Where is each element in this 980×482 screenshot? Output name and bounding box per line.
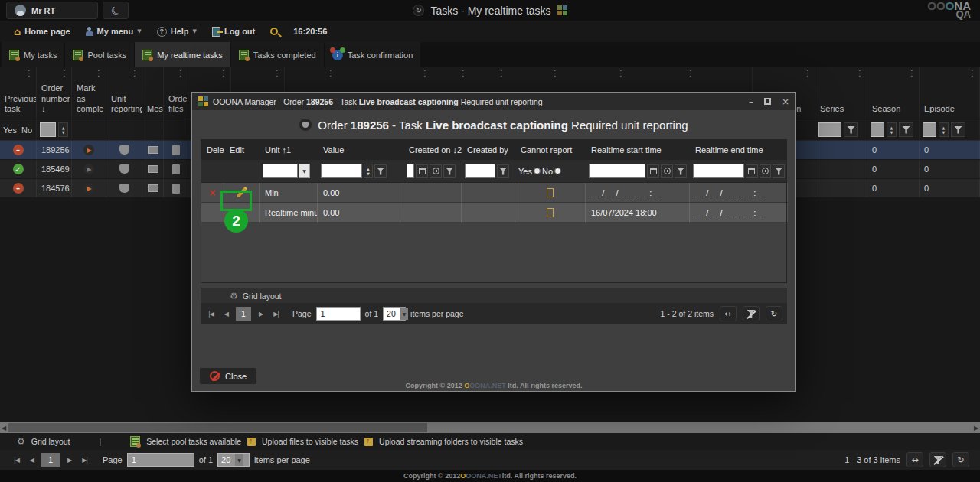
upload-files-button[interactable]: Upload files to visible tasks — [262, 437, 358, 446]
created-by-input[interactable] — [465, 164, 495, 178]
col-order-number[interactable]: Order number ↓ — [37, 67, 72, 119]
close-window-button[interactable]: × — [782, 96, 789, 107]
dialog-titlebar[interactable]: OOONA Manager - Order 189256 - Task Live… — [192, 93, 795, 110]
page-number-button[interactable]: 1 — [41, 453, 60, 467]
realtime-end-filter[interactable] — [690, 160, 788, 182]
search-button[interactable] — [264, 23, 286, 40]
filter-season[interactable] — [867, 119, 920, 140]
realtime-end-input[interactable] — [693, 164, 744, 178]
clear-filters-button[interactable] — [929, 452, 946, 467]
page-input[interactable] — [127, 453, 194, 467]
next-page-button[interactable] — [256, 311, 266, 318]
report-row[interactable]: × Min 0.00 __/__/____ _:_ __/__/____ _:_ — [201, 183, 786, 203]
last-page-button[interactable] — [270, 311, 282, 318]
column-menu-icon[interactable] — [60, 69, 68, 79]
column-menu-icon[interactable] — [908, 69, 916, 79]
report-row[interactable]: Realtime minu... 0.00 16/07/2024 18:00 _… — [201, 203, 786, 223]
column-menu-icon[interactable] — [273, 69, 281, 79]
col-mark-complete[interactable]: Mark as comple — [72, 67, 106, 119]
col-season[interactable]: Season — [867, 67, 920, 119]
col-value[interactable]: Value — [318, 140, 403, 160]
message-icon[interactable] — [148, 165, 158, 173]
column-menu-icon[interactable] — [25, 69, 33, 79]
my-menu-button[interactable]: My menu — [80, 23, 148, 40]
files-icon[interactable] — [172, 145, 180, 155]
spinner[interactable] — [58, 122, 68, 137]
files-icon[interactable] — [172, 164, 180, 174]
scrollbar-thumb[interactable] — [8, 423, 427, 432]
grid-layout-button[interactable]: Grid layout — [31, 437, 70, 446]
clear-filters-button[interactable] — [743, 306, 760, 321]
scroll-left-arrow[interactable] — [0, 422, 8, 433]
filter-episode[interactable] — [920, 119, 980, 140]
user-button[interactable]: Mr RT — [6, 2, 98, 19]
filter-funnel-button[interactable] — [773, 164, 785, 178]
column-menu-icon[interactable] — [177, 69, 185, 79]
fit-columns-button[interactable] — [720, 306, 737, 321]
realtime-start-input[interactable] — [589, 164, 645, 178]
created-on-input[interactable] — [407, 164, 414, 178]
column-menu-icon[interactable] — [220, 69, 227, 79]
realtime-start-filter[interactable] — [586, 160, 690, 182]
unit-reporting-icon[interactable] — [119, 184, 129, 193]
delete-icon[interactable]: × — [208, 187, 216, 198]
col-order-files[interactable]: Orde files — [164, 67, 188, 119]
tab-task-confirmation[interactable]: iTask confirmation — [325, 42, 421, 67]
filter-series[interactable] — [815, 119, 867, 140]
select-pool-tasks-button[interactable]: Select pool tasks available — [146, 437, 241, 446]
page-input[interactable] — [316, 307, 361, 321]
col-created-by[interactable]: Created by — [462, 140, 515, 160]
tab-my-realtime-tasks[interactable]: My realtime tasks — [135, 42, 230, 67]
col-edit[interactable]: Edit — [224, 140, 260, 160]
clock-button[interactable] — [430, 164, 442, 178]
value-filter-input[interactable] — [321, 164, 362, 178]
spinner[interactable] — [939, 122, 949, 137]
first-page-button[interactable] — [205, 311, 217, 318]
minimize-button[interactable]: – — [749, 96, 753, 107]
col-realtime-start[interactable]: Realtime start time — [586, 140, 690, 160]
message-icon[interactable] — [148, 184, 158, 192]
column-menu-icon[interactable] — [95, 69, 103, 79]
filter-funnel-button[interactable] — [675, 164, 687, 178]
realtime-start-cell[interactable]: 16/07/2024 18:00 — [586, 203, 690, 223]
created-by-filter[interactable] — [462, 160, 515, 182]
first-page-button[interactable] — [11, 457, 22, 464]
radio-yes[interactable] — [534, 168, 541, 174]
next-page-button[interactable] — [64, 457, 74, 464]
logout-button[interactable]: Log out — [206, 23, 261, 40]
realtime-end-cell[interactable]: __/__/____ _:_ — [690, 183, 788, 203]
filter-funnel-button[interactable] — [497, 164, 509, 178]
message-icon[interactable] — [148, 146, 158, 154]
fit-columns-button[interactable] — [906, 452, 923, 467]
help-button[interactable]: ?Help — [151, 23, 203, 40]
col-message[interactable]: Mess — [142, 67, 164, 119]
calendar-button[interactable] — [746, 164, 758, 178]
tab-my-tasks[interactable]: My tasks — [2, 42, 64, 67]
cannot-report-checkbox[interactable] — [547, 208, 554, 217]
tab-tasks-completed[interactable]: Tasks completed — [231, 42, 324, 67]
last-page-button[interactable] — [79, 457, 90, 464]
radio-no[interactable] — [554, 168, 561, 174]
unit-filter-select[interactable] — [263, 164, 298, 178]
episode-filter-input[interactable] — [923, 122, 936, 137]
col-unit[interactable]: Unit ↑1 — [260, 140, 318, 160]
calendar-button[interactable] — [416, 164, 428, 178]
filter-funnel-button[interactable] — [443, 164, 456, 178]
col-series[interactable]: Series — [815, 67, 867, 119]
play-icon[interactable] — [83, 164, 94, 174]
col-cannot-report[interactable]: Cannot report — [515, 140, 586, 160]
realtime-start-cell[interactable]: __/__/____ _:_ — [586, 183, 690, 203]
column-menu-icon[interactable] — [856, 69, 864, 79]
spinner[interactable] — [887, 122, 897, 137]
grid-layout-button[interactable]: Grid layout — [243, 291, 282, 301]
clock-button[interactable] — [661, 164, 673, 178]
season-filter-input[interactable] — [871, 122, 884, 137]
play-icon[interactable] — [83, 183, 94, 194]
unit-reporting-icon[interactable] — [119, 164, 129, 174]
col-unit-reporting[interactable]: Unit reporting — [106, 67, 142, 119]
cannot-report-filter[interactable]: YesNo — [515, 160, 586, 182]
created-on-filter[interactable] — [403, 160, 462, 182]
cannot-report-checkbox[interactable] — [547, 188, 554, 197]
filter-previous-task[interactable]: YesNo — [0, 119, 37, 140]
page-number-button[interactable]: 1 — [236, 307, 251, 321]
